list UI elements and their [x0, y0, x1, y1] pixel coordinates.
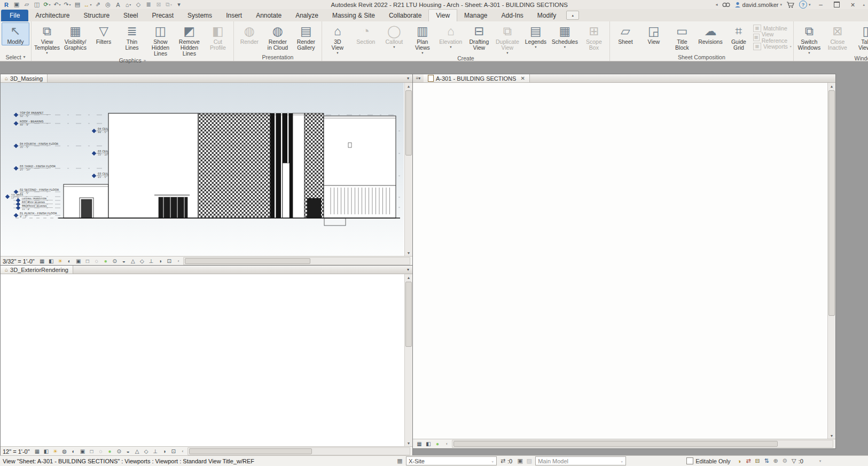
scroll-down-icon[interactable]: ▼	[407, 440, 411, 446]
editing-requests-icon[interactable]: ⇄	[744, 457, 753, 465]
design-option-select[interactable]: Main Model⌄	[535, 456, 626, 465]
redo-icon[interactable]: ↷▾	[63, 1, 72, 9]
view-button[interactable]: ◲View	[640, 22, 668, 45]
help-menu[interactable]: ?▾	[799, 1, 811, 9]
reveal-constraints-icon[interactable]: ⊥	[151, 448, 160, 455]
design-options-icon[interactable]: ▣	[515, 457, 525, 465]
search-collapse-arrow[interactable]: ◂	[716, 2, 718, 7]
app-store-cart-icon[interactable]	[786, 2, 795, 8]
section-icon[interactable]: ◇	[134, 1, 143, 9]
highlight-displacement-sets-icon[interactable]: ◇	[142, 448, 151, 455]
temporary-view-properties-icon[interactable]: ◒	[120, 258, 128, 265]
detail-level-icon[interactable]: ▦	[33, 448, 42, 455]
print-icon[interactable]: ▤	[73, 1, 82, 9]
highlight-displacement-sets-icon[interactable]: ◇	[138, 258, 146, 265]
ribbon-tab-file[interactable]: File	[1, 10, 28, 21]
tab-list-menu-icon[interactable]: ▾	[404, 267, 412, 272]
sun-path-icon[interactable]: ☀	[51, 448, 60, 455]
default-3d-view-icon[interactable]: ⌂▾	[124, 1, 132, 9]
reveal-hidden-elements-icon[interactable]: ●	[106, 448, 114, 455]
crop-view-icon[interactable]: ▣	[74, 258, 83, 265]
ribbon-tab-precast[interactable]: Precast	[145, 10, 181, 21]
worksharing-display-toggle-icon[interactable]: ◑	[735, 457, 744, 465]
customize-quick-access-toolbar-icon[interactable]: ▾	[175, 1, 183, 9]
scroll-up-icon[interactable]: ▲	[407, 274, 411, 281]
checkbox[interactable]	[686, 457, 693, 464]
crop-view-icon[interactable]: ▣	[79, 448, 87, 455]
hscroll-left-icon[interactable]: ‹	[182, 449, 184, 454]
drafting-view-button[interactable]: ⊟DraftingView	[465, 22, 493, 51]
render-in-cloud-button[interactable]: ◍Renderin Cloud	[264, 22, 292, 51]
hscroll-left-icon[interactable]: ‹	[446, 441, 448, 446]
visual-style-icon[interactable]: ◧	[42, 448, 51, 455]
schedules-button[interactable]: ▦Schedules▾	[550, 22, 580, 49]
detail-level-icon[interactable]: ▦	[38, 258, 46, 265]
massing-vertical-scrollbar[interactable]: ▲ ▼	[404, 83, 412, 256]
show-analytical-model-icon[interactable]: △	[133, 448, 142, 455]
editable-only-checkbox[interactable]: Editable Only	[686, 457, 730, 464]
pan-zoom-lock-icon[interactable]: ⊡	[169, 448, 178, 455]
minimize-button[interactable]: –	[815, 1, 826, 9]
plan-views-button[interactable]: ▥PlanViews▾	[409, 22, 436, 55]
scroll-up-icon[interactable]: ▲	[407, 83, 411, 89]
shadows-icon[interactable]: ◐	[65, 258, 74, 265]
render-gallery-button[interactable]: ▤RenderGallery	[292, 22, 320, 51]
sync-with-central-icon[interactable]: ⟳▾	[43, 1, 51, 9]
revit-logo-icon[interactable]: R	[2, 1, 11, 9]
unlocked-3d-view-icon[interactable]: ⊙	[111, 258, 119, 265]
scale-control[interactable]: 3/32" = 1'-0"	[3, 258, 35, 265]
title-block-button[interactable]: ▭TitleBlock	[668, 22, 696, 51]
reload-latest-icon[interactable]: ⇅	[762, 457, 771, 465]
show-rendering-dialog-icon[interactable]: ◍	[60, 448, 69, 455]
unlocked-3d-view-icon[interactable]: ⊙	[115, 448, 123, 455]
ribbon-tab-add-ins[interactable]: Add-Ins	[494, 10, 530, 21]
ribbon-tab-view[interactable]: View	[428, 9, 457, 21]
aligned-dimension-icon[interactable]: ⇗	[93, 1, 102, 9]
rendering-vertical-scrollbar[interactable]: ▲ ▼	[404, 274, 412, 446]
show-crop-region-icon[interactable]: □	[83, 258, 92, 265]
open-icon[interactable]: ▱	[22, 1, 31, 9]
sheet-button[interactable]: ▱Sheet	[612, 22, 639, 45]
scroll-up-icon[interactable]: ▲	[830, 83, 834, 89]
temporary-hide-isolate-icon[interactable]: ◌	[92, 258, 101, 265]
legends-button[interactable]: ▤Legends▾	[522, 22, 550, 49]
massing-canvas[interactable]: TOP OF PARAPET50' - 5"ROOF - BEARING48' …	[1, 83, 404, 256]
tab-3d-massing[interactable]: ⌂ 3D_Massing	[1, 74, 48, 82]
account-menu[interactable]: david.smolker ▾	[734, 2, 782, 8]
sun-path-icon[interactable]: ☀	[56, 258, 65, 265]
visibility-graphics-button[interactable]: ▦Visibility/Graphics	[61, 22, 89, 51]
reveal-hidden-elements-icon[interactable]: ●	[101, 258, 110, 265]
scroll-down-icon[interactable]: ▼	[830, 432, 834, 439]
tab-list-menu-icon[interactable]: ≡▾	[413, 76, 424, 81]
view-templates-button[interactable]: ⧉ViewTemplates▾	[33, 22, 61, 55]
active-workset-select[interactable]: X-Site⌄	[406, 456, 497, 465]
ribbon-tab-manage[interactable]: Manage	[457, 10, 494, 21]
editing-requests-icon[interactable]: ⇄	[498, 457, 507, 465]
ribbon-tab-analyze[interactable]: Analyze	[288, 10, 325, 21]
switch-windows-icon[interactable]: ⧉▾	[165, 1, 173, 9]
undo-icon[interactable]: ↶▾	[53, 1, 61, 9]
measure-icon[interactable]: ↔▾	[83, 1, 92, 9]
sheet-vertical-scrollbar[interactable]: ▲ ▼	[827, 83, 835, 439]
close-hidden-windows-icon[interactable]: ⊠	[154, 1, 163, 9]
visual-style-icon[interactable]: ◧	[47, 258, 56, 265]
ribbon-tab-modify[interactable]: Modify	[530, 10, 563, 21]
3d-view-button[interactable]: ⌂3DView▾	[324, 22, 351, 55]
thin-lines-button[interactable]: ≣ThinLines	[118, 22, 146, 51]
restore-button[interactable]	[831, 1, 842, 9]
ribbon-tab-insert[interactable]: Insert	[219, 10, 249, 21]
close-view-icon[interactable]: ✕	[520, 75, 525, 81]
sheet-horizontal-scrollbar[interactable]	[452, 440, 833, 448]
ribbon-tab-massing-site[interactable]: Massing & Site	[325, 10, 382, 21]
ribbon-tab-collaborate[interactable]: Collaborate	[382, 10, 428, 21]
show-crop-region-icon[interactable]: □	[88, 448, 96, 455]
tab-3d-exterior-rendering[interactable]: ⌂ 3D_ExteriorRendering	[1, 266, 73, 274]
massing-horizontal-scrollbar[interactable]	[183, 257, 410, 265]
borrowers-icon[interactable]: ⊕	[771, 457, 780, 465]
rendering-canvas[interactable]	[1, 274, 404, 446]
revisions-button[interactable]: ☁Revisions	[697, 22, 724, 45]
properties-icon[interactable]: ▣	[12, 1, 21, 9]
save-icon[interactable]: ◫	[33, 1, 41, 9]
remove-hidden-lines-button[interactable]: ◩RemoveHidden Lines	[175, 22, 204, 57]
search-icon[interactable]	[722, 2, 730, 8]
